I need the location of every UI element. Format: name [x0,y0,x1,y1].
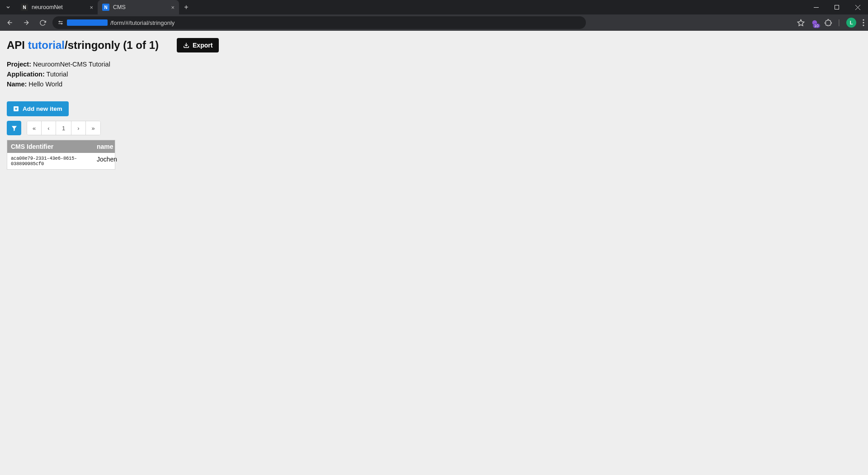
minimize-icon [814,5,819,10]
meta-name: Name: Hello World [7,81,868,88]
browser-tab-cms[interactable]: N CMS × [98,0,179,14]
url-host-redacted [67,19,108,26]
extension-count: 10 [813,24,820,28]
back-button[interactable] [4,16,16,29]
meta-application: Application: Tutorial [7,71,868,78]
browser-tab-neuroomnet[interactable]: N neuroomNet × [16,0,98,14]
close-window-button[interactable] [847,0,868,14]
arrow-left-icon [6,19,14,26]
pager-prev[interactable]: ‹ [42,121,56,135]
export-label: Export [193,42,212,49]
browser-toolbar: /form/#/tutorial/stringonly 10 | L [0,14,868,31]
page-title: API tutorial/stringonly (1 of 1) [7,39,159,52]
table-header: CMS Identifier name [7,140,115,153]
reload-icon [39,19,46,26]
download-icon [183,42,189,48]
tab-title: CMS [113,4,126,10]
address-bar[interactable]: /form/#/tutorial/stringonly [52,16,586,29]
svg-point-13 [863,22,864,23]
plus-square-icon [13,106,19,112]
title-prefix: API [7,39,28,51]
pager-first[interactable]: « [27,121,42,135]
maximize-button[interactable] [826,0,847,14]
puzzle-icon [825,19,832,26]
url-path: /form/#/tutorial/stringonly [110,19,175,26]
svg-marker-10 [797,19,804,25]
profile-avatar[interactable]: L [846,18,856,28]
star-icon [797,19,805,27]
meta-value: Hello World [28,81,62,88]
arrow-right-icon [23,19,30,26]
data-table: CMS Identifier name aca08e79-2331-43e6-8… [7,140,115,170]
pager-next[interactable]: › [71,121,86,135]
svg-marker-19 [11,126,16,131]
meta-value: Tutorial [47,71,68,78]
maximize-icon [835,5,839,10]
favicon-icon: N [102,4,109,11]
kebab-icon [863,19,864,26]
new-tab-button[interactable]: + [179,0,193,14]
meta-label: Name: [7,81,27,88]
favicon-icon: N [21,4,28,11]
page-content: API tutorial/stringonly (1 of 1) Export … [0,31,868,475]
meta-project: Project: NeuroomNet-CMS Tutorial [7,61,868,68]
close-icon [855,5,860,10]
extension-badge[interactable]: 10 [811,19,818,26]
filter-icon [11,125,18,132]
minimize-button[interactable] [806,0,826,14]
filter-button[interactable] [7,121,21,135]
svg-point-9 [61,23,62,24]
svg-point-14 [863,24,864,26]
bookmark-button[interactable] [797,19,805,27]
title-link[interactable]: tutorial [28,39,65,51]
tab-search-dropdown[interactable] [0,0,16,14]
td-cms-identifier: aca08e79-2331-43e6-8615-038890985cf0 [7,153,93,169]
svg-rect-1 [835,5,839,10]
add-item-button[interactable]: Add new item [7,101,69,116]
extensions-button[interactable] [825,19,832,26]
close-icon[interactable]: × [90,4,93,11]
tab-title: neuroomNet [32,4,63,10]
th-cms-identifier[interactable]: CMS Identifier [7,140,93,153]
svg-point-12 [863,19,864,20]
svg-point-8 [59,21,60,22]
pager-last[interactable]: » [86,121,100,135]
meta-label: Project: [7,61,31,68]
close-icon[interactable]: × [171,4,175,11]
meta-value: NeuroomNet-CMS Tutorial [33,61,110,68]
chevron-down-icon [5,5,11,10]
window-controls [806,0,868,14]
browser-titlebar: N neuroomNet × N CMS × + [0,0,868,14]
menu-button[interactable] [863,19,864,26]
meta-label: Application: [7,71,45,78]
export-button[interactable]: Export [177,38,219,52]
add-item-label: Add new item [23,105,62,112]
site-settings-icon[interactable] [57,19,64,26]
reload-button[interactable] [36,16,49,29]
td-name: Jochen [93,153,115,169]
table-row[interactable]: aca08e79-2331-43e6-8615-038890985cf0 Joc… [7,153,115,169]
forward-button[interactable] [20,16,33,29]
pager-page[interactable]: 1 [56,121,71,135]
pagination: « ‹ 1 › » [27,121,101,135]
th-name[interactable]: name [93,140,115,153]
title-suffix: /stringonly (1 of 1) [65,39,159,51]
